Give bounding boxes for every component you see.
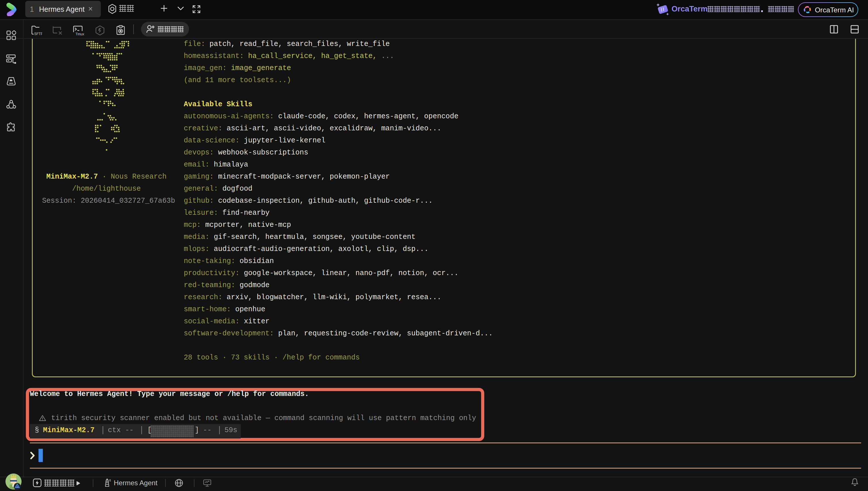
- svg-text:Tmux: Tmux: [76, 32, 84, 36]
- svg-text:SFTP: SFTP: [34, 32, 42, 36]
